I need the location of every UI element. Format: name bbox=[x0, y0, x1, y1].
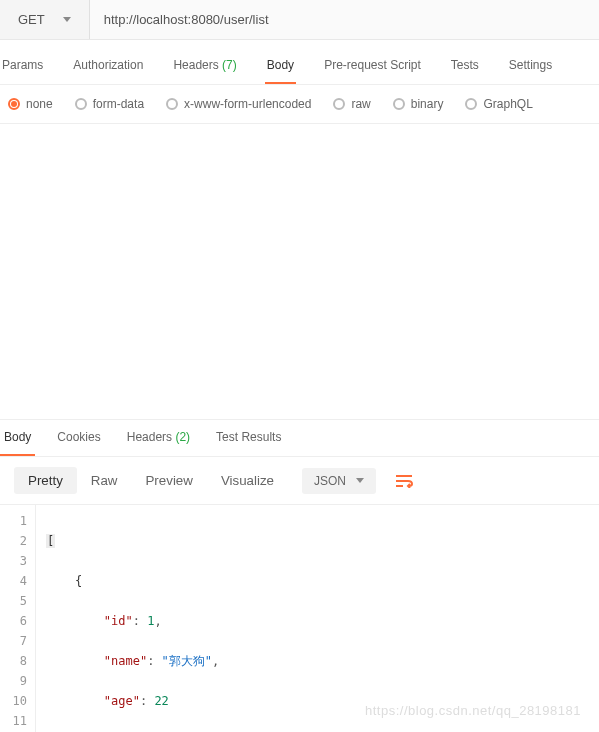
resp-tab-headers-label: Headers bbox=[127, 430, 172, 444]
radio-graphql-label: GraphQL bbox=[483, 97, 532, 111]
line-number: 1 bbox=[0, 511, 27, 531]
view-pretty-button[interactable]: Pretty bbox=[14, 467, 77, 494]
line-number: 3 bbox=[0, 551, 27, 571]
format-select[interactable]: JSON bbox=[302, 468, 376, 494]
tab-body[interactable]: Body bbox=[265, 52, 296, 84]
tab-prerequest[interactable]: Pre-request Script bbox=[322, 52, 423, 84]
radio-xwww-label: x-www-form-urlencoded bbox=[184, 97, 311, 111]
radio-icon bbox=[333, 98, 345, 110]
radio-icon bbox=[8, 98, 20, 110]
caret-down-icon bbox=[356, 478, 364, 483]
line-number: 5 bbox=[0, 591, 27, 611]
resp-tab-cookies[interactable]: Cookies bbox=[53, 420, 104, 456]
http-method-value: GET bbox=[18, 12, 45, 27]
tab-headers-count: (7) bbox=[222, 58, 237, 72]
radio-icon bbox=[166, 98, 178, 110]
resp-tab-body[interactable]: Body bbox=[0, 420, 35, 456]
resp-tab-test-results[interactable]: Test Results bbox=[212, 420, 285, 456]
resp-tab-headers[interactable]: Headers (2) bbox=[123, 420, 194, 456]
url-bar: GET bbox=[0, 0, 599, 40]
wrap-lines-button[interactable] bbox=[390, 468, 418, 494]
radio-graphql[interactable]: GraphQL bbox=[465, 97, 532, 111]
radio-raw-label: raw bbox=[351, 97, 370, 111]
http-method-select[interactable]: GET bbox=[0, 0, 90, 39]
radio-icon bbox=[465, 98, 477, 110]
json-open-bracket: [ bbox=[46, 534, 55, 548]
radio-form-data[interactable]: form-data bbox=[75, 97, 144, 111]
line-number: 6 bbox=[0, 611, 27, 631]
url-input[interactable] bbox=[90, 0, 599, 39]
radio-xwww[interactable]: x-www-form-urlencoded bbox=[166, 97, 311, 111]
radio-form-data-label: form-data bbox=[93, 97, 144, 111]
resp-tab-headers-count: (2) bbox=[175, 430, 190, 444]
line-number: 8 bbox=[0, 651, 27, 671]
radio-icon bbox=[75, 98, 87, 110]
response-tabs: Body Cookies Headers (2) Test Results bbox=[0, 419, 599, 457]
radio-none[interactable]: none bbox=[8, 97, 53, 111]
wrap-lines-icon bbox=[395, 474, 413, 488]
caret-down-icon bbox=[63, 17, 71, 22]
radio-raw[interactable]: raw bbox=[333, 97, 370, 111]
code-lines: [ { "id": 1, "name": "郭大狗", "age": 22 },… bbox=[36, 505, 599, 732]
tab-tests[interactable]: Tests bbox=[449, 52, 481, 84]
line-number: 4 bbox=[0, 571, 27, 591]
line-number: 7 bbox=[0, 631, 27, 651]
radio-icon bbox=[393, 98, 405, 110]
line-number: 9 bbox=[0, 671, 27, 691]
body-type-radios: none form-data x-www-form-urlencoded raw… bbox=[0, 85, 599, 124]
request-body-area bbox=[0, 124, 599, 419]
tab-authorization[interactable]: Authorization bbox=[71, 52, 145, 84]
line-number: 11 bbox=[0, 711, 27, 731]
radio-binary-label: binary bbox=[411, 97, 444, 111]
tab-settings[interactable]: Settings bbox=[507, 52, 554, 84]
request-tabs: Params Authorization Headers (7) Body Pr… bbox=[0, 40, 599, 85]
response-view-controls: Pretty Raw Preview Visualize JSON bbox=[0, 457, 599, 504]
view-raw-button[interactable]: Raw bbox=[77, 467, 132, 494]
response-body-viewer[interactable]: 1 2 3 4 5 6 7 8 9 10 11 12 [ { "id": 1, … bbox=[0, 504, 599, 732]
view-visualize-button[interactable]: Visualize bbox=[207, 467, 288, 494]
view-preview-button[interactable]: Preview bbox=[131, 467, 206, 494]
line-number: 2 bbox=[0, 531, 27, 551]
tab-params[interactable]: Params bbox=[0, 52, 45, 84]
tab-headers-label: Headers bbox=[173, 58, 218, 72]
radio-none-label: none bbox=[26, 97, 53, 111]
format-value: JSON bbox=[314, 474, 346, 488]
tab-headers[interactable]: Headers (7) bbox=[171, 52, 238, 84]
radio-binary[interactable]: binary bbox=[393, 97, 444, 111]
line-number: 10 bbox=[0, 691, 27, 711]
line-gutter: 1 2 3 4 5 6 7 8 9 10 11 12 bbox=[0, 505, 36, 732]
